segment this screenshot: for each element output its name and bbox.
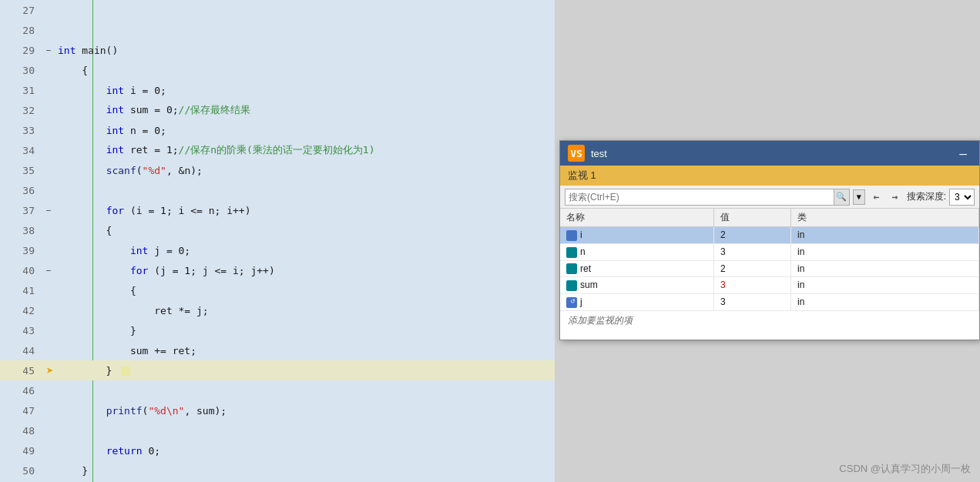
code-content: } xyxy=(55,465,88,477)
watermark: CSDN @认真学习的小周一枚 xyxy=(839,462,971,476)
depth-select[interactable]: 3 1 2 4 5 xyxy=(949,189,975,206)
line-number: 28 xyxy=(0,25,42,36)
cell-name: i xyxy=(560,227,714,243)
line-number: 34 xyxy=(0,145,42,156)
table-row[interactable]: n 3 in xyxy=(560,244,979,261)
line-number: 44 xyxy=(0,345,42,356)
vs-icon: VS xyxy=(568,145,585,162)
code-line-37: 37 − for (i = 1; i <= n; i++) xyxy=(0,200,555,220)
watch-toolbar: 🔍 ▼ ← → 搜索深度: 3 1 2 4 5 xyxy=(560,186,979,209)
watch-section-header: 监视 1 xyxy=(560,166,979,186)
cell-value: 2 xyxy=(714,227,791,243)
next-button[interactable]: → xyxy=(887,189,904,206)
code-content: } xyxy=(55,325,136,336)
minimize-button[interactable]: — xyxy=(955,146,972,161)
table-row[interactable]: ↺ j 3 in xyxy=(560,294,979,311)
var-icon xyxy=(566,280,577,291)
search-dropdown[interactable]: ▼ xyxy=(853,189,865,205)
code-line-48: 48 xyxy=(0,420,555,440)
col-header-type: 类 xyxy=(791,209,979,226)
line-number: 27 xyxy=(0,5,42,16)
code-line-35: 35 scanf("%d", &n); xyxy=(0,160,555,180)
watch-title: test xyxy=(591,148,955,159)
search-box: 🔍 xyxy=(565,189,850,206)
line-number: 49 xyxy=(0,445,42,457)
line-number: 47 xyxy=(0,405,42,417)
cell-name: ↺ j xyxy=(560,294,714,310)
code-content: { xyxy=(55,225,112,236)
var-icon xyxy=(566,263,577,274)
add-watch-label[interactable]: 添加要监视的项 xyxy=(560,311,979,330)
fold-btn[interactable]: − xyxy=(42,206,55,216)
cell-value: 3 xyxy=(714,294,791,310)
cell-type: in xyxy=(791,261,979,277)
code-content: int n = 0; xyxy=(55,125,166,136)
watch-table: 名称 值 类 i 2 in n 3 in ret 2 in xyxy=(560,209,979,340)
cell-name: n xyxy=(560,244,714,260)
col-header-value: 值 xyxy=(714,209,791,226)
code-line-34: 34 int ret = 1;//保存n的阶乘(乘法的话一定要初始化为1) xyxy=(0,140,555,160)
table-row[interactable]: ret 2 in xyxy=(560,261,979,278)
cell-type: in xyxy=(791,244,979,260)
var-icon: ↺ xyxy=(566,297,577,308)
cell-name: sum xyxy=(560,277,714,293)
cell-type: in xyxy=(791,227,979,243)
debug-hint xyxy=(121,367,130,376)
code-editor: 27 28 29 − int main() 30 { 31 int i = 0;… xyxy=(0,0,555,482)
line-number: 41 xyxy=(0,285,42,296)
depth-label: 搜索深度: xyxy=(907,190,946,203)
code-content: return 0; xyxy=(55,445,160,457)
fold-btn[interactable]: − xyxy=(42,266,55,276)
code-content: for (i = 1; i <= n; i++) xyxy=(55,205,250,216)
line-number: 30 xyxy=(0,65,42,76)
line-number: 48 xyxy=(0,425,42,437)
code-line-38: 38 { xyxy=(0,220,555,240)
line-number: 32 xyxy=(0,105,42,116)
var-icon xyxy=(566,230,577,241)
table-row[interactable]: i 2 in xyxy=(560,227,979,244)
code-line-28: 28 xyxy=(0,20,555,40)
line-number: 29 xyxy=(0,45,42,56)
line-number: 39 xyxy=(0,245,42,256)
code-content: { xyxy=(55,65,88,76)
table-row[interactable]: sum 3 in xyxy=(560,277,979,294)
line-number: 33 xyxy=(0,125,42,136)
cell-value: 3 xyxy=(714,277,791,293)
line-number: 31 xyxy=(0,85,42,96)
code-line-50: 50 } xyxy=(0,460,555,480)
prev-button[interactable]: ← xyxy=(868,189,885,206)
code-line-41: 41 { xyxy=(0,280,555,300)
code-content: int ret = 1;//保存n的阶乘(乘法的话一定要初始化为1) xyxy=(55,143,375,157)
code-line-47: 47 printf("%d\n", sum); xyxy=(0,400,555,420)
line-number: 37 xyxy=(0,205,42,216)
code-line-29: 29 − int main() xyxy=(0,40,555,60)
code-line-44: 44 sum += ret; xyxy=(0,340,555,360)
var-icon xyxy=(566,247,577,258)
code-line-49: 49 return 0; xyxy=(0,440,555,460)
code-line-36: 36 xyxy=(0,180,555,200)
code-content: int main() xyxy=(55,45,118,56)
line-number: 45 xyxy=(0,365,42,377)
code-line-46: 46 xyxy=(0,380,555,400)
search-button[interactable]: 🔍 xyxy=(834,189,849,205)
code-line-32: 32 int sum = 0;//保存最终结果 xyxy=(0,100,555,120)
code-line-40: 40 − for (j = 1; j <= i; j++) xyxy=(0,260,555,280)
cell-value: 2 xyxy=(714,261,791,277)
cell-name: ret xyxy=(560,261,714,277)
cell-type: in xyxy=(791,294,979,310)
code-line-27: 27 xyxy=(0,0,555,20)
col-header-name: 名称 xyxy=(560,209,714,226)
code-content: } xyxy=(55,365,130,377)
watch-panel: VS test — 监视 1 🔍 ▼ ← → 搜索深度: 3 1 2 4 5 名… xyxy=(559,140,980,340)
search-input[interactable] xyxy=(566,192,834,203)
code-line-42: 42 ret *= j; xyxy=(0,300,555,320)
code-line-43: 43 } xyxy=(0,320,555,340)
code-content: int j = 0; xyxy=(55,245,190,256)
line-number: 38 xyxy=(0,225,42,236)
code-content: int sum = 0;//保存最终结果 xyxy=(55,103,250,117)
fold-btn[interactable]: − xyxy=(42,45,55,55)
code-content: sum += ret; xyxy=(55,345,196,356)
code-line-31: 31 int i = 0; xyxy=(0,80,555,100)
line-number: 43 xyxy=(0,325,42,336)
cell-type: in xyxy=(791,277,979,293)
